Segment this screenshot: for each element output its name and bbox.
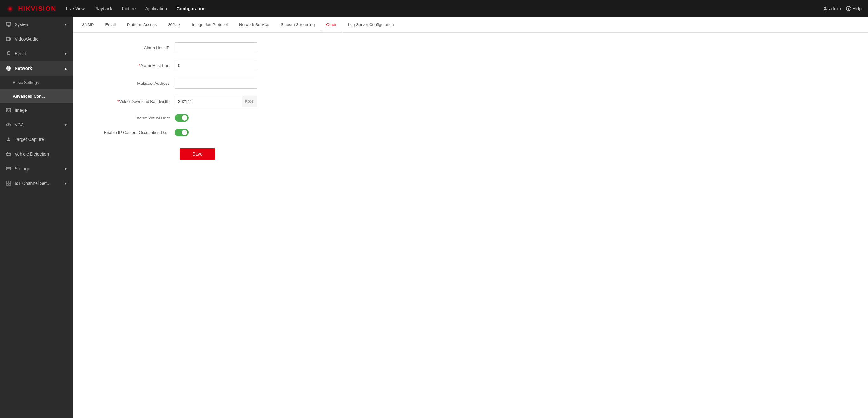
- info-icon: i: [846, 6, 851, 11]
- nav-configuration[interactable]: Configuration: [177, 6, 206, 11]
- enable-ip-camera-label: Enable IP Camera Occupation De...: [86, 130, 175, 135]
- top-navigation: HIKVISION Live View Playback Picture App…: [0, 0, 868, 17]
- sidebar-item-vehicle-detection[interactable]: Vehicle Detection: [0, 147, 73, 161]
- hdd-icon: [6, 166, 11, 172]
- form-row-enable-virtual-host: Enable Virtual Host: [86, 114, 855, 122]
- image-label: Image: [14, 108, 27, 113]
- vehicle-detection-label: Vehicle Detection: [14, 151, 49, 157]
- eye-icon: [6, 122, 11, 128]
- svg-text:i: i: [848, 7, 849, 10]
- multicast-address-input[interactable]: [175, 78, 257, 89]
- tab-other[interactable]: Other: [320, 17, 342, 33]
- bandwidth-input-group: Kbps: [175, 96, 257, 107]
- video-download-bandwidth-label: *Video Download Bandwidth: [86, 99, 175, 104]
- enable-virtual-host-label: Enable Virtual Host: [86, 116, 175, 120]
- form-row-video-download-bandwidth: *Video Download Bandwidth Kbps: [86, 96, 855, 107]
- storage-label: Storage: [14, 166, 30, 171]
- event-label: Event: [14, 51, 26, 56]
- tab-802-1x[interactable]: 802.1x: [162, 17, 186, 33]
- sidebar-item-advanced-con[interactable]: Advanced Con...: [0, 89, 73, 103]
- svg-point-20: [7, 109, 8, 110]
- sidebar-item-system[interactable]: System ▼: [0, 17, 73, 32]
- sidebar-item-basic-settings[interactable]: Basic Settings: [0, 76, 73, 89]
- sidebar-item-video-audio[interactable]: Video/Audio: [0, 32, 73, 47]
- nav-application[interactable]: Application: [145, 6, 167, 11]
- nav-picture[interactable]: Picture: [122, 6, 136, 11]
- tab-snmp[interactable]: SNMP: [76, 17, 100, 33]
- logo-text: HIKVISION: [6, 4, 56, 13]
- network-label: Network: [14, 66, 32, 71]
- storage-chevron: ▼: [64, 167, 67, 171]
- network-chevron: ▲: [64, 67, 67, 70]
- sidebar: System ▼ Video/Audio Event ▼ Network ▲ B…: [0, 17, 73, 418]
- monitor-icon: [6, 22, 11, 27]
- bandwidth-unit: Kbps: [242, 96, 257, 107]
- user-icon: [823, 6, 828, 11]
- svg-point-26: [9, 155, 10, 156]
- svg-rect-31: [9, 181, 11, 183]
- form-row-enable-ip-camera: Enable IP Camera Occupation De...: [86, 129, 855, 136]
- nav-live-view[interactable]: Live View: [66, 6, 85, 11]
- globe-icon: [6, 65, 11, 71]
- svg-point-23: [8, 138, 9, 139]
- svg-point-21: [6, 124, 11, 126]
- form-row-alarm-host-ip: Alarm Host IP: [86, 42, 855, 53]
- alarm-host-port-input[interactable]: [175, 60, 257, 71]
- main-layout: System ▼ Video/Audio Event ▼ Network ▲ B…: [0, 17, 868, 418]
- tab-log-server-config[interactable]: Log Server Configuration: [342, 17, 400, 33]
- tab-email[interactable]: Email: [100, 17, 122, 33]
- enable-virtual-host-toggle[interactable]: [175, 114, 189, 122]
- svg-point-3: [824, 7, 826, 8]
- alarm-host-ip-label: Alarm Host IP: [86, 46, 175, 50]
- nav-playback[interactable]: Playback: [94, 6, 113, 11]
- target-capture-label: Target Capture: [14, 137, 44, 142]
- nav-right: admin i Help: [823, 6, 862, 11]
- video-download-bandwidth-input[interactable]: [175, 96, 242, 107]
- sidebar-item-network[interactable]: Network ▲: [0, 61, 73, 76]
- sidebar-item-vca[interactable]: VCA ▼: [0, 118, 73, 132]
- toggle-slider-virtual-host: [175, 114, 189, 122]
- toggle-slider-ip-camera: [175, 129, 189, 136]
- logo-icon: [6, 5, 14, 13]
- sidebar-item-event[interactable]: Event ▼: [0, 47, 73, 61]
- svg-point-22: [8, 124, 9, 125]
- tab-platform-access[interactable]: Platform Access: [121, 17, 162, 33]
- tab-smooth-streaming[interactable]: Smooth Streaming: [275, 17, 321, 33]
- form-row-multicast-address: Multicast Address: [86, 78, 855, 89]
- svg-rect-9: [6, 37, 9, 41]
- image-icon: [6, 107, 11, 113]
- svg-point-2: [9, 8, 11, 10]
- multicast-address-label: Multicast Address: [86, 81, 175, 86]
- sidebar-item-storage[interactable]: Storage ▼: [0, 161, 73, 176]
- iot-channel-label: IoT Channel Set...: [14, 181, 51, 186]
- event-chevron: ▼: [64, 52, 67, 56]
- basic-settings-label: Basic Settings: [13, 80, 39, 85]
- sidebar-item-iot-channel[interactable]: IoT Channel Set... ▼: [0, 176, 73, 190]
- alarm-host-port-label: *Alarm Host Port: [86, 63, 175, 68]
- sidebar-item-target-capture[interactable]: Target Capture: [0, 132, 73, 147]
- system-label: System: [14, 22, 30, 27]
- sidebar-item-image[interactable]: Image: [0, 103, 73, 118]
- user-menu[interactable]: admin: [823, 6, 841, 11]
- help-button[interactable]: i Help: [846, 6, 862, 11]
- logo[interactable]: HIKVISION: [6, 4, 56, 13]
- enable-ip-camera-toggle[interactable]: [175, 129, 189, 136]
- grid-icon: [6, 180, 11, 186]
- svg-rect-30: [6, 181, 8, 183]
- vca-label: VCA: [14, 122, 24, 127]
- car-icon: [6, 151, 11, 157]
- username: admin: [829, 6, 841, 11]
- tab-network-service[interactable]: Network Service: [234, 17, 275, 33]
- form-row-save: Save: [86, 143, 855, 160]
- tab-integration-protocol[interactable]: Integration Protocol: [186, 17, 234, 33]
- iot-channel-chevron: ▼: [64, 182, 67, 185]
- advanced-con-label: Advanced Con...: [13, 94, 45, 98]
- svg-rect-6: [6, 22, 11, 25]
- svg-rect-32: [6, 184, 8, 185]
- alarm-host-ip-input[interactable]: [175, 42, 257, 53]
- content-area: SNMP Email Platform Access 802.1x Integr…: [73, 17, 868, 418]
- person-icon: [6, 137, 11, 142]
- svg-rect-33: [9, 184, 11, 185]
- save-button[interactable]: Save: [180, 148, 215, 160]
- svg-point-28: [9, 168, 10, 169]
